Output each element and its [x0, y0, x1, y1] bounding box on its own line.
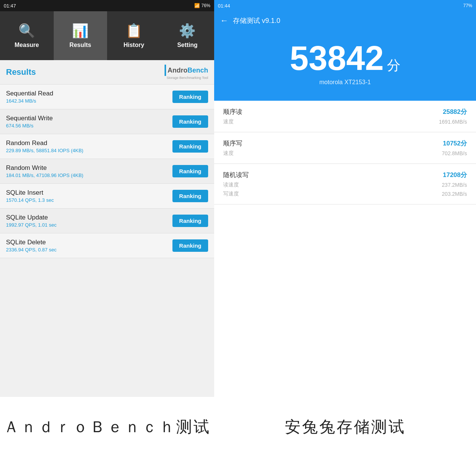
status-bar-right: 01:44 77% — [214, 0, 476, 11]
metric-value-sub: 203.2MB/s — [442, 191, 467, 197]
ranking-button[interactable]: Ranking — [172, 165, 208, 177]
results-title: Results — [6, 67, 36, 77]
metric-label-sub: 速度 — [223, 118, 234, 125]
metric-value-sub: 702.8MB/s — [442, 150, 467, 156]
score-number: 53842 — [290, 41, 384, 75]
metric-value-sub: 1691.6MB/s — [439, 119, 467, 125]
top-bar-right: ← 存储测试 v9.1.0 — [214, 11, 476, 30]
benchmark-item: SQLite Update 1992.97 QPS, 1.01 sec Rank… — [0, 209, 214, 233]
logo-name: AndroBench — [168, 67, 208, 74]
benchmark-value: 184.01 MB/s, 47108.96 IOPS (4KB) — [6, 173, 83, 178]
metrics-section: 顺序读 25882分 速度 1691.6MB/s 顺序写 10752分 速度 7… — [214, 101, 476, 397]
tab-setting-label: Setting — [177, 42, 198, 48]
tab-measure[interactable]: 🔍 Measure — [0, 11, 54, 60]
androbench-logo: AndroBench Storage Benchmarking Tool — [165, 65, 208, 80]
metric-label: 顺序写 — [223, 139, 242, 148]
benchmark-item: Sequential Read 1642.34 MB/s Ranking — [0, 85, 214, 109]
metric-value: 10752分 — [443, 139, 467, 148]
benchmark-name: Sequential Read — [6, 90, 53, 97]
benchmark-item: Random Write 184.01 MB/s, 47108.96 IOPS … — [0, 159, 214, 184]
score-main: 53842 分 — [290, 41, 400, 75]
benchmark-info: Sequential Read 1642.34 MB/s — [6, 90, 53, 104]
metric-row-sub: 速度 702.8MB/s — [223, 150, 467, 157]
status-bar-left: 01:47 📶 76% — [0, 0, 214, 11]
benchmark-name: SQLite Insert — [6, 189, 54, 197]
benchmark-name: Random Read — [6, 139, 83, 147]
score-section: 53842 分 motorola XT2153-1 — [214, 30, 476, 101]
tab-history[interactable]: 📋 History — [107, 11, 161, 60]
top-bar-title: 存储测试 v9.1.0 — [233, 16, 280, 25]
benchmark-name: Sequential Write — [6, 115, 53, 122]
benchmark-value: 1642.34 MB/s — [6, 98, 53, 104]
metric-group: 随机读写 17208分 读速度 237.2MB/s 写速度 203.2MB/s — [214, 164, 476, 204]
benchmark-value: 229.89 MB/s, 58851.84 IOPS (4KB) — [6, 148, 83, 153]
battery-right: 77% — [463, 3, 472, 8]
benchmark-item: SQLite Delete 2336.94 QPS, 0.87 sec Rank… — [0, 233, 214, 258]
score-device: motorola XT2153-1 — [319, 79, 371, 86]
time-right: 01:44 — [218, 3, 230, 9]
metric-row-main: 顺序读 25882分 — [223, 107, 467, 116]
benchmark-value: 674.56 MB/s — [6, 123, 53, 129]
left-bottom-text: ＡｎｄｒｏＢｅｎｃｈ测试 — [3, 416, 211, 437]
benchmark-info: SQLite Delete 2336.94 QPS, 0.87 sec — [6, 239, 56, 253]
nav-tabs: 🔍 Measure 📊 Results 📋 History ⚙️ Setting — [0, 11, 214, 60]
benchmark-item: Sequential Write 674.56 MB/s Ranking — [0, 109, 214, 134]
tab-results[interactable]: 📊 Results — [54, 11, 107, 60]
right-panel: 01:44 77% ← 存储测试 v9.1.0 53842 分 motorola… — [214, 0, 476, 457]
right-bottom-text: 安兔兔存储测试 — [285, 416, 406, 437]
bottom-label-right: 安兔兔存储测试 — [214, 397, 476, 457]
benchmark-name: SQLite Update — [6, 214, 56, 221]
metric-value: 25882分 — [443, 107, 467, 116]
metric-row-sub: 读速度 237.2MB/s — [223, 182, 467, 188]
benchmark-info: Sequential Write 674.56 MB/s — [6, 115, 53, 129]
benchmark-name: Random Write — [6, 164, 83, 172]
metric-value-sub: 237.2MB/s — [442, 182, 467, 188]
ranking-button[interactable]: Ranking — [172, 91, 208, 103]
benchmark-name: SQLite Delete — [6, 239, 56, 246]
metric-row-sub: 写速度 203.2MB/s — [223, 191, 467, 197]
metric-group: 顺序写 10752分 速度 702.8MB/s — [214, 132, 476, 164]
tab-setting[interactable]: ⚙️ Setting — [161, 11, 215, 60]
benchmark-list: Sequential Read 1642.34 MB/s Ranking Seq… — [0, 85, 214, 397]
metric-row-main: 顺序写 10752分 — [223, 139, 467, 148]
metric-label: 顺序读 — [223, 107, 242, 116]
back-button[interactable]: ← — [220, 16, 228, 26]
benchmark-info: Random Read 229.89 MB/s, 58851.84 IOPS (… — [6, 139, 83, 153]
battery-left: 76% — [201, 3, 210, 8]
metric-label: 随机读写 — [223, 171, 249, 179]
benchmark-value: 1570.14 QPS, 1.3 sec — [6, 197, 54, 203]
benchmark-item: SQLite Insert 1570.14 QPS, 1.3 sec Ranki… — [0, 184, 214, 209]
metric-row-main: 随机读写 17208分 — [223, 171, 467, 179]
left-panel: 01:47 📶 76% 🔍 Measure 📊 Results 📋 Histor… — [0, 0, 214, 457]
metric-value: 17208分 — [443, 171, 467, 179]
score-unit: 分 — [387, 56, 400, 75]
ranking-button[interactable]: Ranking — [172, 215, 208, 227]
status-icons-right: 77% — [463, 3, 472, 8]
metric-label-sub: 写速度 — [223, 191, 239, 197]
time-left: 01:47 — [4, 3, 16, 9]
benchmark-info: SQLite Insert 1570.14 QPS, 1.3 sec — [6, 189, 54, 203]
tab-results-label: Results — [70, 42, 91, 48]
benchmark-value: 1992.97 QPS, 1.01 sec — [6, 222, 56, 228]
ranking-button[interactable]: Ranking — [172, 115, 208, 128]
benchmark-value: 2336.94 QPS, 0.87 sec — [6, 247, 56, 253]
ranking-button[interactable]: Ranking — [172, 190, 208, 202]
metric-label-sub: 速度 — [223, 150, 234, 157]
metric-group: 顺序读 25882分 速度 1691.6MB/s — [214, 101, 476, 132]
tab-measure-label: Measure — [15, 42, 39, 48]
results-header: Results AndroBench Storage Benchmarking … — [0, 60, 214, 85]
benchmark-item: Random Read 229.89 MB/s, 58851.84 IOPS (… — [0, 134, 214, 159]
logo-sub: Storage Benchmarking Tool — [167, 76, 208, 80]
ranking-button[interactable]: Ranking — [172, 239, 208, 252]
signal-icon: 📶 — [194, 3, 200, 8]
results-icon: 📊 — [72, 23, 89, 39]
ranking-button[interactable]: Ranking — [172, 140, 208, 153]
measure-icon: 🔍 — [18, 23, 35, 39]
metric-label-sub: 读速度 — [223, 182, 239, 188]
status-icons-left: 📶 76% — [194, 3, 210, 8]
setting-icon: ⚙️ — [179, 23, 196, 39]
benchmark-info: Random Write 184.01 MB/s, 47108.96 IOPS … — [6, 164, 83, 178]
metric-row-sub: 速度 1691.6MB/s — [223, 118, 467, 125]
history-icon: 📋 — [125, 23, 142, 39]
tab-history-label: History — [124, 42, 144, 48]
